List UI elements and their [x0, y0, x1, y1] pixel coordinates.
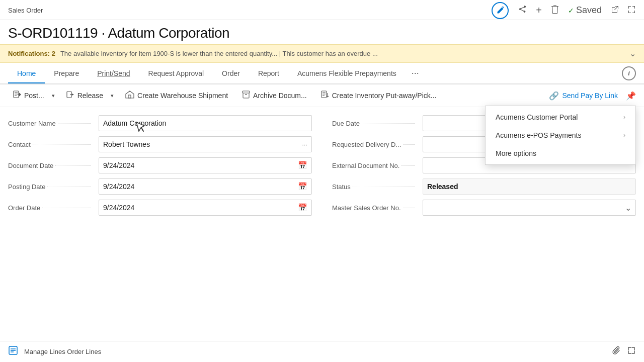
order-date-row: Order Date 9/24/2024 📅: [8, 200, 312, 216]
epos-arrow: ›: [623, 132, 625, 139]
warehouse-icon: [125, 90, 134, 101]
document-date-label: Document Date: [8, 162, 99, 169]
master-sales-order-label: Master Sales Order No.: [332, 204, 423, 212]
action-bar: Post... ▾ Release ▾ Create Warehouse Shi…: [0, 84, 644, 107]
order-date-calendar-icon[interactable]: 📅: [298, 203, 307, 212]
svg-rect-2: [128, 95, 131, 98]
posting-date-calendar-icon[interactable]: 📅: [298, 182, 307, 191]
manage-lines-label: Manage Lines Order Lines: [24, 348, 101, 355]
bottom-bar: Manage Lines Order Lines: [0, 341, 644, 362]
customer-name-row: Customer Name Adatum Corporation: [8, 115, 312, 131]
master-sales-order-dropdown-icon[interactable]: ⌄: [625, 203, 631, 213]
inventory-icon: [321, 90, 329, 101]
attach-icon[interactable]: [612, 346, 621, 357]
add-icon[interactable]: +: [536, 5, 542, 16]
expand-bottom-icon[interactable]: [627, 346, 636, 357]
top-bar-actions: + ✓ Saved: [492, 2, 636, 19]
document-date-input[interactable]: 9/24/2024 📅: [99, 157, 312, 173]
notification-bar: Notifications: 2 The available inventory…: [0, 44, 644, 63]
delete-icon[interactable]: [551, 5, 559, 16]
customer-name-input[interactable]: Adatum Corporation: [99, 115, 312, 131]
nav-tabs: Home Prepare Print/Send Request Approval…: [0, 63, 644, 84]
send-pay-link-button[interactable]: 🔗 Send Pay By Link: [544, 88, 623, 104]
page-title: S-ORD101119 · Adatum Corporation: [8, 25, 636, 41]
release-dropdown-button[interactable]: ▾: [108, 87, 116, 104]
post-button[interactable]: Post...: [8, 87, 49, 104]
more-options-item[interactable]: More options: [486, 144, 635, 162]
bottom-bar-right: [612, 346, 636, 357]
tab-prepare[interactable]: Prepare: [45, 64, 88, 83]
post-dropdown-button[interactable]: ▾: [49, 87, 57, 104]
pin-icon[interactable]: 📌: [626, 91, 636, 101]
tab-report[interactable]: Report: [249, 64, 288, 83]
customer-portal-label: Acumens Customer Portal: [496, 113, 578, 121]
page-type-label: Sales Order: [8, 7, 43, 14]
manage-lines-icon[interactable]: [8, 345, 18, 358]
notification-label: Notifications: 2: [8, 50, 55, 57]
info-button[interactable]: i: [622, 66, 636, 80]
tab-print-send[interactable]: Print/Send: [88, 64, 139, 83]
document-date-calendar-icon[interactable]: 📅: [298, 161, 307, 170]
collapse-icon[interactable]: [628, 6, 636, 16]
posting-date-row: Posting Date 9/24/2024 📅: [8, 178, 312, 195]
external-doc-label: External Document No.: [332, 162, 423, 169]
release-button[interactable]: Release: [61, 87, 108, 104]
form-left-column: Customer Name Adatum Corporation Contact…: [8, 115, 312, 221]
document-date-row: Document Date 9/24/2024 📅: [8, 157, 312, 173]
customer-name-label: Customer Name: [8, 120, 99, 127]
tab-order[interactable]: Order: [213, 64, 249, 83]
create-warehouse-shipment-button[interactable]: Create Warehouse Shipment: [120, 87, 233, 104]
contact-label: Contact: [8, 141, 99, 148]
more-options-label: More options: [496, 149, 536, 157]
post-button-group: Post... ▾: [8, 87, 57, 104]
contact-row: Contact Robert Townes ···: [8, 136, 312, 152]
master-sales-order-row: Master Sales Order No. ⌄: [332, 200, 636, 216]
order-date-input[interactable]: 9/24/2024 📅: [99, 200, 312, 216]
release-button-group: Release ▾: [61, 87, 116, 104]
edit-button[interactable]: [492, 2, 509, 19]
notification-text: The available inventory for item 1900-S …: [60, 50, 624, 57]
acumens-dropdown-menu: Acumens Customer Portal › Acumens e-POS …: [485, 106, 636, 165]
status-input: Released: [423, 178, 636, 195]
notification-expand-icon[interactable]: ⌄: [629, 49, 636, 58]
archive-icon: [242, 90, 250, 101]
saved-status: ✓ Saved: [568, 5, 602, 16]
epos-label: Acumens e-POS Payments: [496, 131, 581, 139]
title-section: S-ORD101119 · Adatum Corporation: [0, 20, 644, 44]
contact-ellipsis-button[interactable]: ···: [302, 141, 307, 148]
send-pay-link-area: 🔗 Send Pay By Link 📌: [544, 88, 636, 104]
send-link-icon: 🔗: [549, 91, 559, 101]
more-tabs-button[interactable]: ···: [406, 63, 425, 83]
tab-home[interactable]: Home: [8, 64, 45, 83]
contact-input[interactable]: Robert Townes ···: [99, 136, 312, 152]
release-icon: [66, 90, 74, 101]
tab-acumens[interactable]: Acumens Flexible Prepayments: [288, 64, 406, 83]
status-value: Released: [427, 183, 458, 191]
share-icon[interactable]: [518, 5, 527, 16]
posting-date-input[interactable]: 9/24/2024 📅: [99, 178, 312, 195]
create-inventory-button[interactable]: Create Inventory Put-away/Pick...: [316, 87, 442, 104]
svg-rect-3: [243, 91, 250, 93]
requested-delivery-label: Requested Delivery D...: [332, 141, 423, 148]
top-bar: Sales Order + ✓ Saved: [0, 0, 644, 20]
tab-request-approval[interactable]: Request Approval: [139, 64, 213, 83]
posting-date-label: Posting Date: [8, 183, 99, 191]
status-label: Status: [332, 183, 423, 191]
master-sales-order-input[interactable]: ⌄: [423, 200, 636, 216]
open-in-new-icon[interactable]: [611, 6, 619, 16]
customer-portal-arrow: ›: [623, 114, 625, 121]
due-date-label: Due Date: [332, 120, 423, 127]
acumens-epos-item[interactable]: Acumens e-POS Payments ›: [486, 126, 635, 144]
post-icon: [13, 90, 21, 101]
order-date-label: Order Date: [8, 204, 99, 212]
acumens-customer-portal-item[interactable]: Acumens Customer Portal ›: [486, 108, 635, 126]
status-row: Status Released: [332, 178, 636, 195]
archive-document-button[interactable]: Archive Docum...: [237, 87, 312, 104]
